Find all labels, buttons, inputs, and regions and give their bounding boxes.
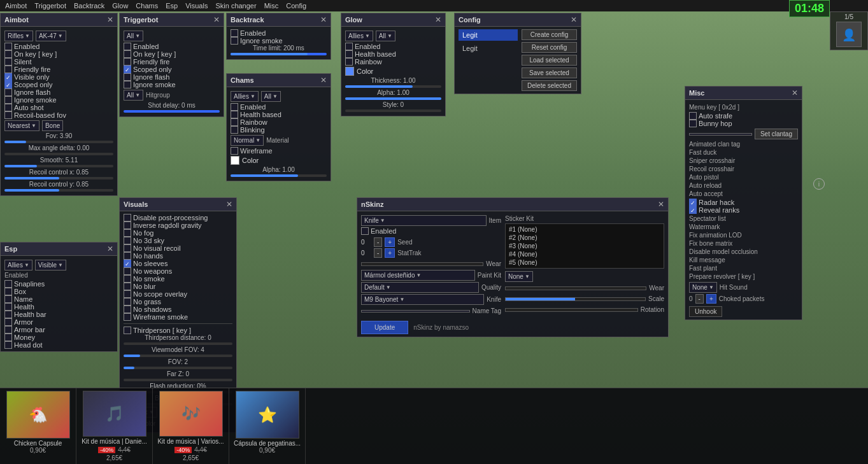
nskinz-stattrak-plus[interactable]: + <box>385 248 395 258</box>
esp-snaplines[interactable]: Snaplines <box>4 280 113 288</box>
nskinz-item5[interactable]: #5 (None) <box>507 258 662 267</box>
visuals-thirdperson[interactable]: Thirdperson [ key ] <box>124 327 232 334</box>
aimbot-auto-shot[interactable]: Auto shot <box>4 104 113 111</box>
chams-healthbased[interactable]: Health based <box>231 111 327 118</box>
nskinz-item3[interactable]: #3 (None) <box>507 242 662 250</box>
nskinz-header[interactable]: nSkinz ✕ <box>357 198 668 211</box>
esp-armorbar[interactable]: Armor bar <box>4 326 113 334</box>
triggerbot-onkey[interactable]: On key [ key ] <box>124 50 220 58</box>
aimbot-onkey-cb[interactable] <box>4 50 12 58</box>
triggerbot-onkey-cb[interactable] <box>124 50 131 58</box>
visuals-nsmoke-cb[interactable] <box>124 275 131 283</box>
nskinz-scale-bar[interactable] <box>505 297 646 301</box>
esp-box[interactable]: Box <box>4 288 113 295</box>
chams-material-dropdown[interactable]: Normal▼ <box>231 135 264 146</box>
triggerbot-close[interactable]: ✕ <box>213 15 220 24</box>
glow-hb-cb[interactable] <box>345 50 353 58</box>
glow-enabled[interactable]: Enabled <box>345 43 441 50</box>
visuals-header[interactable]: Visuals ✕ <box>120 198 236 211</box>
nskinz-none-dropdown[interactable]: None▼ <box>505 271 533 282</box>
nskinz-quality-dropdown[interactable]: Default▼ <box>361 282 479 293</box>
menu-aimbot[interactable]: Aimbot <box>5 2 27 10</box>
visuals-tpdist-slider[interactable] <box>124 342 232 345</box>
nskinz-nametag-input[interactable] <box>361 310 470 313</box>
visuals-nvr-cb[interactable] <box>124 244 131 252</box>
nskinz-wear2-bar[interactable] <box>505 286 646 290</box>
glow-team-dropdown[interactable]: Allies▼ <box>345 31 373 41</box>
backtrack-enabled-cb[interactable] <box>231 29 238 37</box>
menu-visuals[interactable]: Visuals <box>185 2 208 10</box>
aimbot-skin-dropdown[interactable]: AK-47▼ <box>36 31 66 41</box>
menu-glow[interactable]: Glow <box>112 2 128 10</box>
shop-thumb-2[interactable]: 🎶 <box>159 391 223 437</box>
visuals-noshadows[interactable]: No shadows <box>124 306 232 313</box>
chams-hb-cb[interactable] <box>231 111 238 118</box>
chams-alpha-slider[interactable] <box>231 174 327 177</box>
visuals-nosleeves[interactable]: No sleeves <box>124 260 232 267</box>
chams-rainbow[interactable]: Rainbow <box>231 118 327 126</box>
misc-rh-cb[interactable] <box>689 199 697 206</box>
triggerbot-ff-cb[interactable] <box>124 58 131 66</box>
chams-wireframe[interactable]: Wireframe <box>231 147 327 155</box>
aimbot-visible-only[interactable]: Visible only <box>4 73 113 81</box>
backtrack-is-cb[interactable] <box>231 37 238 45</box>
visuals-tp-cb[interactable] <box>124 327 131 334</box>
visuals-pp-cb[interactable] <box>124 214 131 221</box>
info-icon[interactable]: i <box>813 178 825 190</box>
esp-money[interactable]: Money <box>4 334 113 341</box>
menu-triggerbot[interactable]: Triggerbot <box>34 2 66 10</box>
esp-health-cb[interactable] <box>4 303 12 311</box>
aimbot-ignore-flash[interactable]: Ignore flash <box>4 88 113 96</box>
config-create-btn[interactable]: Create config <box>522 29 577 40</box>
misc-choked-plus[interactable]: + <box>706 294 716 304</box>
esp-armor-cb[interactable] <box>4 318 12 326</box>
nskinz-enabled-cb[interactable] <box>361 227 369 235</box>
nskinz-enabled[interactable]: Enabled <box>361 227 501 235</box>
triggerbot-header[interactable]: Triggerbot ✕ <box>120 13 224 27</box>
visuals-novisrecoil[interactable]: No visual recoil <box>124 244 232 252</box>
menu-esp[interactable]: Esp <box>166 2 178 10</box>
chams-enabled-cb[interactable] <box>231 103 238 111</box>
visuals-vmfov-slider[interactable] <box>124 355 232 357</box>
nskinz-close[interactable]: ✕ <box>658 200 664 209</box>
aimbot-friendly-fire[interactable]: Friendly fire <box>4 66 113 73</box>
chams-wireframe-cb[interactable] <box>231 147 238 155</box>
aimbot-onkey[interactable]: On key [ key ] <box>4 50 113 58</box>
esp-money-cb[interactable] <box>4 334 12 341</box>
esp-hd-cb[interactable] <box>4 341 12 349</box>
aimbot-recoil-fov[interactable]: Recoil-based fov <box>4 111 113 119</box>
triggerbot-enabled[interactable]: Enabled <box>124 43 220 50</box>
nskinz-wear-bar[interactable] <box>361 262 483 266</box>
triggerbot-filter-dropdown[interactable]: All▼ <box>124 31 143 41</box>
glow-rainbow-cb[interactable] <box>345 58 353 66</box>
backtrack-header[interactable]: Backtrack ✕ <box>227 13 331 27</box>
backtrack-timelimit-slider[interactable] <box>231 53 327 55</box>
chams-rainbow-cb[interactable] <box>231 118 238 126</box>
backtrack-enabled[interactable]: Enabled <box>231 29 327 37</box>
glow-header[interactable]: Glow ✕ <box>341 13 445 27</box>
misc-setclantag-btn[interactable]: Set clantag <box>755 129 798 139</box>
aimbot-if-cb[interactable] <box>4 88 12 96</box>
visuals-noweapons[interactable]: No weapons <box>124 267 232 275</box>
aimbot-ignore-smoke[interactable]: Ignore smoke <box>4 96 113 104</box>
nskinz-weapon-dropdown[interactable]: Knife▼ <box>361 215 487 226</box>
nskinz-update-btn[interactable]: Update <box>361 321 408 334</box>
chams-blink-cb[interactable] <box>231 126 238 134</box>
aimbot-header[interactable]: Aimbot ✕ <box>1 13 117 27</box>
visuals-farz-slider[interactable] <box>124 379 232 381</box>
nskinz-item4[interactable]: #4 (None) <box>507 250 662 258</box>
esp-filter-dropdown[interactable]: Visible▼ <box>35 260 66 271</box>
nskinz-paintkit-dropdown[interactable]: Mármol desteñido▼ <box>361 270 475 281</box>
visuals-nohands[interactable]: No hands <box>124 252 232 260</box>
visuals-ns-cb[interactable] <box>124 237 131 244</box>
triggerbot-hitgroup-dropdown[interactable]: All▼ <box>124 90 143 101</box>
triggerbot-so-cb[interactable] <box>124 66 131 73</box>
visuals-nh-cb[interactable] <box>124 252 131 260</box>
backtrack-ignoresmoke[interactable]: Ignore smoke <box>231 37 327 45</box>
misc-bunnyhop[interactable]: Bunny hop <box>689 120 798 127</box>
misc-header[interactable]: Misc ✕ <box>685 87 802 100</box>
esp-snaplines-cb[interactable] <box>4 280 12 288</box>
visuals-nb-cb[interactable] <box>124 283 131 290</box>
esp-healthbar[interactable]: Health bar <box>4 311 113 318</box>
aimbot-smooth-slider[interactable] <box>4 165 113 167</box>
